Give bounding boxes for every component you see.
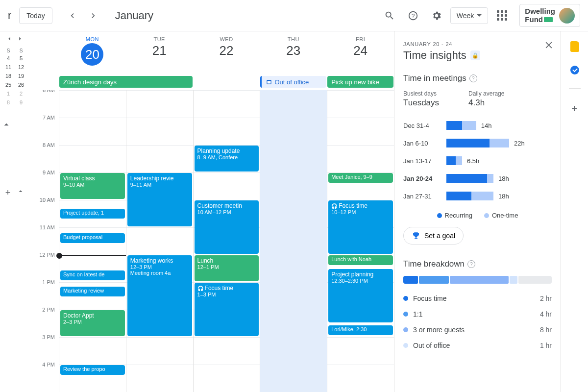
day-number: 23 bbox=[260, 43, 327, 58]
allday-event[interactable]: Pick up new bike bbox=[327, 76, 393, 88]
mini-date[interactable]: 8 bbox=[3, 99, 13, 105]
avg-label: Daily average bbox=[468, 90, 504, 97]
breakdown-row[interactable]: Focus time2 hr bbox=[403, 291, 552, 306]
insights-title: Time insights bbox=[403, 49, 466, 62]
day-header[interactable]: THU23 bbox=[260, 31, 327, 75]
day-number: 21 bbox=[126, 43, 193, 58]
week-bar-row[interactable]: Dec 31-414h bbox=[403, 117, 552, 134]
mini-date[interactable]: 2 bbox=[16, 91, 26, 97]
search-button[interactable] bbox=[380, 6, 399, 25]
day-column[interactable]: Meet Janice, 9–9Focus time10–12 PMLunch … bbox=[327, 90, 394, 392]
calendar-ooo-icon bbox=[266, 78, 272, 85]
svg-rect-3 bbox=[268, 81, 271, 83]
mini-chevron[interactable] bbox=[17, 188, 24, 198]
mini-date[interactable]: 9 bbox=[16, 99, 26, 105]
day-number-today: 20 bbox=[81, 43, 103, 66]
mini-date[interactable]: 5 bbox=[16, 55, 26, 61]
day-abbr: MON bbox=[59, 36, 126, 42]
header: r Today January ? Week bbox=[0, 0, 588, 31]
close-panel-button[interactable] bbox=[544, 40, 554, 50]
mini-collapse-button[interactable] bbox=[2, 120, 27, 129]
calendar-event[interactable]: Budget proposal bbox=[60, 233, 125, 243]
mini-date[interactable]: 19 bbox=[16, 73, 26, 79]
calendar-event[interactable]: Sync on latest de bbox=[60, 270, 125, 280]
day-column[interactable]: Virtual class9–10 AMProject update, 1Bud… bbox=[59, 90, 126, 392]
apps-grid-icon bbox=[497, 10, 507, 21]
next-period-button[interactable] bbox=[84, 6, 103, 25]
view-selector[interactable]: Week bbox=[450, 7, 489, 24]
calendar-event[interactable]: Project planning12:30–2:30 PM bbox=[328, 269, 393, 322]
help-icon: ? bbox=[408, 10, 418, 21]
calendar-event[interactable]: Meet Janice, 9–9 bbox=[328, 173, 393, 183]
account-logo[interactable]: Dwelling Fund bbox=[519, 4, 580, 27]
settings-button[interactable] bbox=[427, 6, 446, 25]
time-label: 8 AM bbox=[29, 142, 59, 170]
day-abbr: THU bbox=[260, 36, 327, 42]
prev-period-button[interactable] bbox=[62, 6, 82, 25]
day-abbr: FRI bbox=[327, 36, 394, 42]
breakdown-row[interactable]: 1:14 hr bbox=[403, 306, 552, 322]
week-bar-row[interactable]: Jan 20-2418h bbox=[403, 170, 552, 187]
day-header[interactable]: MON20 bbox=[59, 31, 126, 75]
mini-date[interactable]: 26 bbox=[16, 82, 26, 88]
search-icon bbox=[384, 10, 395, 21]
calendar-event[interactable]: Focus time10–12 PM bbox=[328, 200, 393, 254]
week-bar-row[interactable]: Jan 27-3118h bbox=[403, 187, 552, 205]
mini-date[interactable]: 11 bbox=[3, 64, 13, 70]
day-header[interactable]: FRI24 bbox=[327, 31, 394, 75]
logo-text: Dwelling Fund bbox=[525, 7, 555, 24]
week-bar-row[interactable]: Jan 6-1022h bbox=[403, 134, 552, 152]
today-button[interactable]: Today bbox=[19, 7, 52, 24]
side-panel-rail: + bbox=[561, 31, 588, 392]
time-label: 7 AM bbox=[29, 115, 59, 142]
mini-date[interactable]: 1 bbox=[3, 91, 13, 97]
add-calendar-button[interactable]: + bbox=[5, 188, 11, 198]
help-button[interactable]: ? bbox=[403, 6, 423, 25]
calendar-event[interactable]: Doctor Appt2–3 PM bbox=[60, 310, 125, 336]
chevron-left-icon bbox=[67, 11, 77, 21]
day-abbr: WED bbox=[193, 36, 260, 42]
calendar-event[interactable]: Lori/Mike, 2:30– bbox=[328, 325, 393, 335]
mini-date[interactable]: 18 bbox=[3, 73, 13, 79]
calendar-event[interactable]: Marketing review bbox=[60, 287, 125, 296]
set-goal-button[interactable]: Set a goal bbox=[403, 227, 464, 245]
mini-calendar-sidebar: S S 451112181925261289 + bbox=[0, 31, 29, 392]
week-bar-row[interactable]: Jan 13-176.5h bbox=[403, 152, 552, 170]
day-column[interactable] bbox=[260, 90, 327, 392]
day-abbr: TUE bbox=[126, 36, 193, 42]
day-header[interactable]: WED22 bbox=[193, 31, 260, 75]
avatar[interactable] bbox=[559, 8, 575, 24]
mini-prev-icon[interactable] bbox=[6, 35, 13, 42]
breakdown-row[interactable]: 3 or more guests8 hr bbox=[403, 322, 552, 338]
day-header[interactable]: TUE21 bbox=[126, 31, 193, 75]
help-icon[interactable]: ? bbox=[467, 260, 475, 268]
keep-icon[interactable] bbox=[570, 41, 579, 52]
help-icon[interactable]: ? bbox=[469, 74, 477, 82]
apps-button[interactable] bbox=[492, 6, 512, 25]
calendar-event[interactable]: Marketing works12–3 PMMeeting room 4a bbox=[127, 255, 192, 336]
day-column[interactable]: Leadership revie9–11 AMMarketing works12… bbox=[126, 90, 193, 392]
allday-event[interactable]: Zürich design days bbox=[59, 76, 193, 88]
calendar-event[interactable]: Leadership revie9–11 AM bbox=[127, 173, 192, 226]
time-label: 6 AM bbox=[29, 90, 59, 115]
calendar-event[interactable]: Lunch12–1 PM bbox=[195, 255, 259, 281]
breakdown-row[interactable]: Out of office1 hr bbox=[403, 338, 552, 353]
mini-date[interactable]: 12 bbox=[16, 64, 26, 70]
lock-icon: 🔒 bbox=[470, 50, 480, 60]
mini-date[interactable]: 25 bbox=[3, 82, 13, 88]
calendar-event[interactable]: Review the propo bbox=[60, 365, 125, 375]
allday-event-ooo[interactable]: Out of office bbox=[260, 76, 326, 88]
gear-icon bbox=[431, 10, 442, 21]
calendar-event[interactable]: Customer meetin10 AM–12 PM bbox=[195, 200, 259, 254]
calendar-event[interactable]: Lunch with Noah bbox=[328, 255, 393, 265]
day-column[interactable]: Planning update8–9 AM, ConfereCustomer m… bbox=[193, 90, 260, 392]
calendar-event[interactable]: Project update, 1 bbox=[60, 209, 125, 219]
day-number: 24 bbox=[327, 43, 394, 58]
mini-date[interactable]: 4 bbox=[3, 55, 13, 61]
mini-next-icon[interactable] bbox=[17, 35, 24, 42]
calendar-event[interactable]: Virtual class9–10 AM bbox=[60, 173, 125, 199]
calendar-event[interactable]: Planning update8–9 AM, Confere bbox=[195, 146, 259, 172]
add-addon-button[interactable]: + bbox=[571, 102, 578, 115]
tasks-icon[interactable] bbox=[570, 66, 579, 74]
calendar-event[interactable]: Focus time1–3 PM bbox=[195, 283, 259, 336]
